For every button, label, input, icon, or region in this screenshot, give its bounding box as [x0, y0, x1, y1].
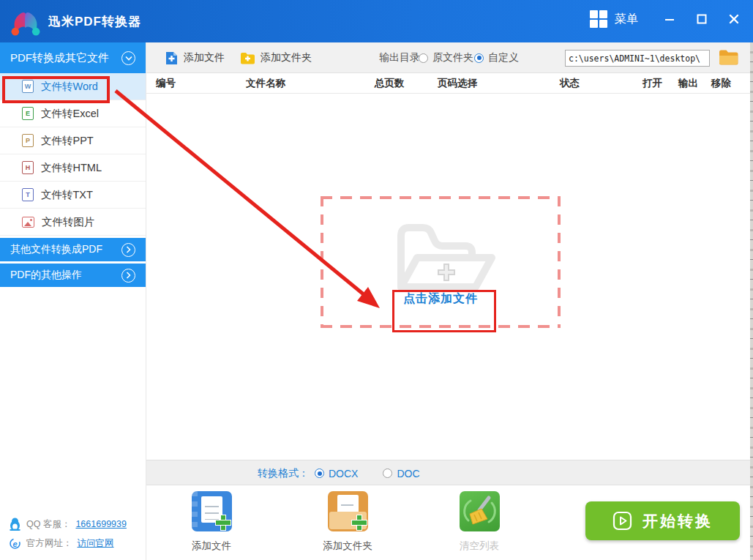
- add-file-action-button[interactable]: 添加文件: [186, 491, 237, 553]
- main-panel: 添加文件 添加文件夹 输出目录： 原文件夹 自定义: [146, 42, 750, 560]
- txt-doc-icon: T: [22, 188, 34, 201]
- add-folder-label: 添加文件夹: [261, 51, 312, 64]
- sidebar-item-pdf-to-txt[interactable]: T 文件转TXT: [0, 182, 146, 209]
- sidebar-item-label: 文件转HTML: [41, 161, 102, 175]
- radio-docx[interactable]: DOCX: [315, 468, 358, 479]
- toolbar: 添加文件 添加文件夹 输出目录： 原文件夹 自定义: [146, 42, 750, 73]
- format-label: 转换格式：: [258, 467, 309, 480]
- add-folder-action-label: 添加文件夹: [322, 540, 373, 553]
- ie-browser-icon: e: [9, 537, 21, 550]
- app-title: 迅米PDF转换器: [48, 13, 141, 30]
- add-folder-action-button[interactable]: 添加文件夹: [322, 491, 373, 553]
- radio-source-folder-circle[interactable]: [419, 53, 428, 63]
- radio-docx-label: DOCX: [329, 468, 358, 479]
- col-page-select: 页码选择: [438, 77, 477, 90]
- maximize-button[interactable]: [690, 7, 713, 31]
- chevron-right-icon: [121, 243, 135, 257]
- open-folder-icon: [383, 215, 501, 299]
- ppt-doc-icon: P: [22, 134, 34, 147]
- sidebar-item-pdf-to-image[interactable]: 文件转图片: [0, 209, 146, 236]
- add-file-icon: [165, 51, 179, 65]
- chevron-right-icon: [121, 269, 135, 283]
- radio-source-folder-label: 原文件夹: [432, 51, 473, 64]
- add-folder-button[interactable]: 添加文件夹: [240, 42, 312, 73]
- sidebar-item-label: 文件转Excel: [41, 107, 99, 121]
- col-status: 状态: [560, 77, 580, 90]
- sidebar-section-pdf-ops[interactable]: PDF的其他操作: [0, 264, 146, 287]
- start-convert-button[interactable]: 开始转换: [585, 501, 740, 540]
- add-folder-big-icon: [328, 491, 368, 531]
- add-folder-icon: [240, 52, 255, 64]
- section-label: PDF转换成其它文件: [10, 51, 109, 65]
- menu-label: 菜单: [615, 12, 638, 27]
- add-file-big-icon: [192, 491, 232, 531]
- app-logo-icon: [9, 6, 42, 37]
- radio-custom-circle[interactable]: [474, 53, 484, 63]
- col-output: 输出: [678, 77, 698, 90]
- drop-zone[interactable]: 点击添加文件: [321, 196, 561, 328]
- radio-doc-label: DOC: [397, 468, 419, 479]
- radio-doc[interactable]: DOC: [383, 468, 419, 479]
- add-file-label: 添加文件: [184, 51, 225, 64]
- qq-service-label: QQ 客服：: [26, 518, 70, 531]
- sidebar-item-label: 文件转PPT: [41, 134, 94, 148]
- official-site-link[interactable]: 访问官网: [78, 537, 114, 550]
- radio-source-folder[interactable]: 原文件夹: [419, 42, 473, 73]
- sidebar-item-pdf-to-word[interactable]: W 文件转Word: [0, 73, 146, 100]
- start-convert-label: 开始转换: [643, 511, 713, 531]
- sidebar-section-other-to-pdf[interactable]: 其他文件转换成PDF: [0, 238, 146, 261]
- background-window-sliver: [750, 42, 753, 560]
- chevron-down-icon: [121, 51, 135, 65]
- col-open: 打开: [643, 77, 662, 90]
- section-label: 其他文件转换成PDF: [10, 243, 102, 256]
- sidebar-item-label: 文件转TXT: [41, 188, 93, 202]
- svg-text:e: e: [12, 540, 17, 548]
- close-button[interactable]: [722, 7, 746, 31]
- minimize-button[interactable]: [658, 7, 681, 31]
- html-doc-icon: H: [22, 161, 34, 174]
- sidebar-item-pdf-to-ppt[interactable]: P 文件转PPT: [0, 127, 146, 154]
- drop-zone-hint[interactable]: 点击添加文件: [321, 291, 561, 307]
- sidebar-item-label: 文件转图片: [42, 215, 95, 229]
- radio-custom-label: 自定义: [488, 51, 519, 64]
- title-bar: 迅米PDF转换器 菜单: [0, 0, 753, 42]
- radio-custom[interactable]: 自定义: [474, 42, 519, 73]
- sidebar: PDF转换成其它文件 W 文件转Word E 文件转Excel P 文件转PPT…: [0, 42, 146, 560]
- radio-doc-circle[interactable]: [383, 468, 392, 478]
- clear-list-big-icon: [460, 491, 500, 531]
- sidebar-section-pdf-to-other[interactable]: PDF转换成其它文件: [0, 42, 146, 73]
- sidebar-item-pdf-to-html[interactable]: H 文件转HTML: [0, 154, 146, 182]
- add-file-button[interactable]: 添加文件: [165, 42, 225, 73]
- col-number: 编号: [156, 77, 176, 90]
- clear-list-action-label: 清空列表: [454, 540, 505, 553]
- col-filename: 文件名称: [246, 77, 285, 90]
- image-doc-icon: [22, 217, 34, 228]
- clear-list-action-button[interactable]: 清空列表: [454, 491, 505, 553]
- sidebar-item-pdf-to-excel[interactable]: E 文件转Excel: [0, 100, 146, 127]
- col-remove: 移除: [711, 77, 731, 90]
- menu-button[interactable]: 菜单: [590, 10, 638, 28]
- official-site-label: 官方网址：: [26, 537, 72, 550]
- excel-doc-icon: E: [22, 107, 34, 120]
- sidebar-footer: QQ 客服： 1661699939 e 官方网址： 访问官网: [0, 511, 146, 550]
- qq-icon: [9, 518, 21, 531]
- section-label: PDF的其他操作: [10, 269, 82, 282]
- file-table-header: 编号 文件名称 总页数 页码选择 状态 打开 输出 移除: [146, 73, 750, 94]
- radio-docx-circle[interactable]: [315, 468, 324, 478]
- sidebar-item-label: 文件转Word: [41, 80, 98, 94]
- menu-grid-icon: [590, 10, 607, 28]
- qq-number-link[interactable]: 1661699939: [75, 519, 127, 529]
- output-path-input[interactable]: [565, 50, 710, 67]
- format-strip: 转换格式： DOCX DOC: [146, 460, 750, 485]
- add-file-action-label: 添加文件: [186, 540, 237, 553]
- word-doc-icon: W: [22, 80, 34, 93]
- col-total-pages: 总页数: [375, 77, 405, 90]
- pdf-converter-window: 迅米PDF转换器 菜单 PDF转换成其它文件 W 文件转W: [0, 0, 753, 560]
- play-icon: [612, 511, 632, 531]
- browse-folder-icon[interactable]: [719, 49, 738, 69]
